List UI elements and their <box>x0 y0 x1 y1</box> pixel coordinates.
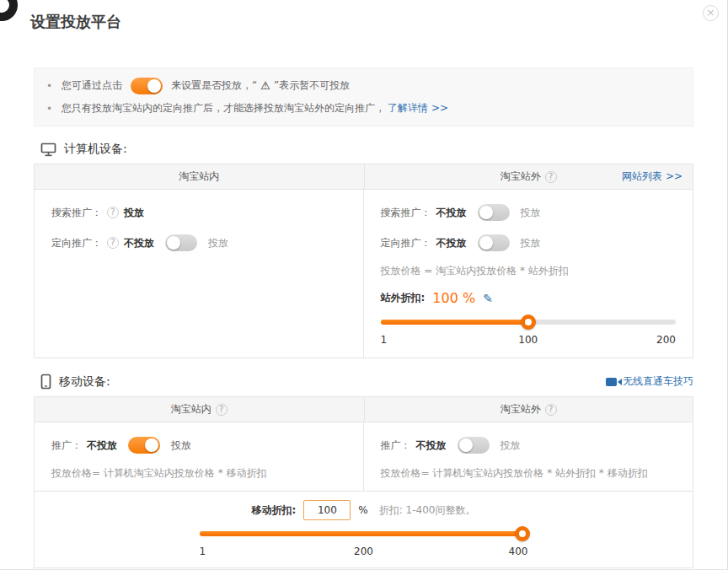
set-platform-dialog: × 设置投放平台 您可通过点击 来设置是否投放，“ ⚠ ”表示暂不可投放 您只有… <box>0 0 728 570</box>
mobile-discount-line: 移动折扣: % 折扣: 1-400间整数。 <box>51 499 676 521</box>
slider-handle[interactable] <box>515 526 530 541</box>
search-label: 搜索推广： <box>51 206 102 220</box>
close-button[interactable]: × <box>703 5 719 21</box>
notice-text: 您只有投放淘宝站内的定向推广后，才能选择投放淘宝站外的定向推广， <box>62 101 385 116</box>
help-icon[interactable]: ? <box>545 404 557 416</box>
notice-text: 您可通过点击 <box>62 78 122 93</box>
discount-hint: 折扣: 1-400间整数。 <box>379 503 476 518</box>
help-icon[interactable]: ? <box>107 237 119 249</box>
mobile-tips-wrap: 无线直通车技巧 <box>606 374 693 389</box>
notice-text: ”表示暂不可投放 <box>274 78 350 93</box>
toggle-knob <box>479 236 493 250</box>
mobile-onsite-cell: 推广： 不投放 投放 投放价格= 计算机淘宝站内投放价格 * 移动折扣 <box>35 422 364 491</box>
computer-onsite-cell: 搜索推广： ? 投放 定向推广： ? 不投放 投放 <box>35 190 364 358</box>
header-label: 淘宝站外 <box>500 402 541 417</box>
toggle-knob <box>147 79 161 93</box>
edit-icon[interactable]: ✎ <box>483 292 493 305</box>
help-icon[interactable]: ? <box>216 404 228 416</box>
slider-handle[interactable] <box>521 315 536 330</box>
example-toggle-on <box>131 78 163 94</box>
mobile-onsite-formula: 投放价格= 计算机淘宝站内投放价格 * 移动折扣 <box>51 466 346 481</box>
offsite-discount-slider[interactable] <box>381 315 677 330</box>
search-label: 搜索推广： <box>381 206 431 220</box>
tick-label: 100 <box>518 334 538 346</box>
wireless-tips-link[interactable]: 无线直通车技巧 <box>623 374 693 389</box>
toggle-knob <box>167 236 180 250</box>
search-on-label: 投放 <box>521 206 541 220</box>
off-label: 不投放 <box>87 438 117 453</box>
offsite-slider-ticks: 1 100 200 <box>381 334 677 347</box>
mobile-onsite-toggle[interactable] <box>128 437 160 454</box>
header-label: 淘宝站外 <box>500 169 541 184</box>
target-off-label: 不投放 <box>436 236 467 250</box>
tick-label: 400 <box>509 546 528 557</box>
on-label: 投放 <box>500 438 521 453</box>
help-icon[interactable]: ? <box>545 171 557 183</box>
offsite-discount-value: 100 % <box>432 290 475 306</box>
mobile-offsite-toggle[interactable] <box>458 437 490 454</box>
mobile-slider-wrap: 1 200 400 <box>200 526 528 559</box>
tick-label: 1 <box>200 546 206 557</box>
mobile-offsite-formula: 投放价格= 计算机淘宝站内投放价格 * 站外折扣 * 移动折扣 <box>381 466 677 481</box>
computer-table-header: 淘宝站内 淘宝站外 ? 网站列表 >> <box>35 164 693 190</box>
offsite-target-toggle[interactable] <box>478 234 510 251</box>
promo-label: 推广： <box>381 438 411 453</box>
tick-label: 200 <box>354 546 373 557</box>
mobile-discount-row: 移动折扣: % 折扣: 1-400间整数。 1 200 400 <box>35 491 693 567</box>
target-label: 定向推广： <box>51 236 102 250</box>
mobile-onsite-row: 推广： 不投放 投放 <box>51 436 346 454</box>
onsite-target-toggle[interactable] <box>165 234 197 251</box>
dialog-content: 您可通过点击 来设置是否投放，“ ⚠ ”表示暂不可投放 您只有投放淘宝站内的定向… <box>0 67 727 568</box>
offsite-target-row: 定向推广： 不投放 投放 <box>381 234 677 252</box>
mobile-header-offsite: 淘宝站外 ? <box>364 397 693 422</box>
toggle-knob <box>145 438 158 452</box>
header-label: 淘宝站内 <box>171 402 211 417</box>
offsite-search-row: 搜索推广： 不投放 投放 <box>381 203 677 222</box>
warning-icon: ⚠ <box>260 79 270 92</box>
computer-icon <box>40 142 56 157</box>
off-label: 不投放 <box>416 438 447 453</box>
mobile-phone-icon <box>40 374 51 390</box>
search-off-label: 不投放 <box>436 206 467 220</box>
target-on-label: 投放 <box>208 236 228 250</box>
search-status: 投放 <box>124 206 144 220</box>
toggle-knob <box>479 206 493 219</box>
learn-more-link[interactable]: 了解详情 >> <box>388 101 448 116</box>
computer-header-offsite: 淘宝站外 ? 网站列表 >> <box>364 164 693 189</box>
promo-label: 推广： <box>51 438 82 453</box>
on-label: 投放 <box>171 438 191 453</box>
computer-offsite-cell: 搜索推广： 不投放 投放 定向推广： 不投放 投放 投放价格 = 淘宝站内投放价… <box>364 190 693 358</box>
video-icon <box>606 378 617 386</box>
mobile-table: 淘宝站内 ? 淘宝站外 ? 推广： 不投放 投放 投放价格= 计算机淘宝站内投 <box>34 396 693 568</box>
mobile-discount-input[interactable] <box>303 500 351 520</box>
notice-text: 来设置是否投放，“ <box>171 78 257 93</box>
help-icon[interactable]: ? <box>107 207 119 218</box>
slider-fill <box>200 531 528 536</box>
notice-box: 您可通过点击 来设置是否投放，“ ⚠ ”表示暂不可投放 您只有投放淘宝站内的定向… <box>34 67 693 126</box>
computer-table: 淘宝站内 淘宝站外 ? 网站列表 >> 搜索推广： ? 投放 <box>34 164 693 358</box>
onsite-target-row: 定向推广： ? 不投放 投放 <box>51 234 346 252</box>
mobile-section-title: 移动设备: <box>59 374 110 390</box>
notice-line-1: 您可通过点击 来设置是否投放，“ ⚠ ”表示暂不可投放 <box>46 74 681 97</box>
mobile-discount-label: 移动折扣: <box>252 503 297 518</box>
mobile-section-title-wrap: 移动设备: <box>34 374 110 390</box>
computer-section-title-wrap: 计算机设备: <box>34 142 127 157</box>
mobile-table-header: 淘宝站内 ? 淘宝站外 ? <box>35 397 693 422</box>
offsite-discount-row: 站外折扣: 100 % ✎ <box>381 290 677 306</box>
dialog-title: 设置投放平台 <box>30 12 727 32</box>
computer-table-body: 搜索推广： ? 投放 定向推广： ? 不投放 投放 搜索推广： <box>35 190 693 358</box>
offsite-search-toggle[interactable] <box>478 204 510 221</box>
mobile-discount-slider[interactable] <box>200 526 528 541</box>
mobile-header-onsite: 淘宝站内 ? <box>35 397 364 422</box>
toggle-knob <box>459 438 473 452</box>
website-list-link[interactable]: 网站列表 >> <box>622 169 682 184</box>
target-on-label: 投放 <box>521 236 541 250</box>
offsite-discount-label: 站外折扣: <box>381 291 426 305</box>
computer-section-title: 计算机设备: <box>64 142 127 157</box>
target-off-label: 不投放 <box>124 236 154 250</box>
mobile-slider-ticks: 1 200 400 <box>200 546 528 559</box>
target-label: 定向推广： <box>381 236 431 250</box>
corner-decoration <box>0 0 18 21</box>
tick-label: 1 <box>381 334 388 346</box>
mobile-table-body: 推广： 不投放 投放 投放价格= 计算机淘宝站内投放价格 * 移动折扣 推广： … <box>35 422 693 491</box>
